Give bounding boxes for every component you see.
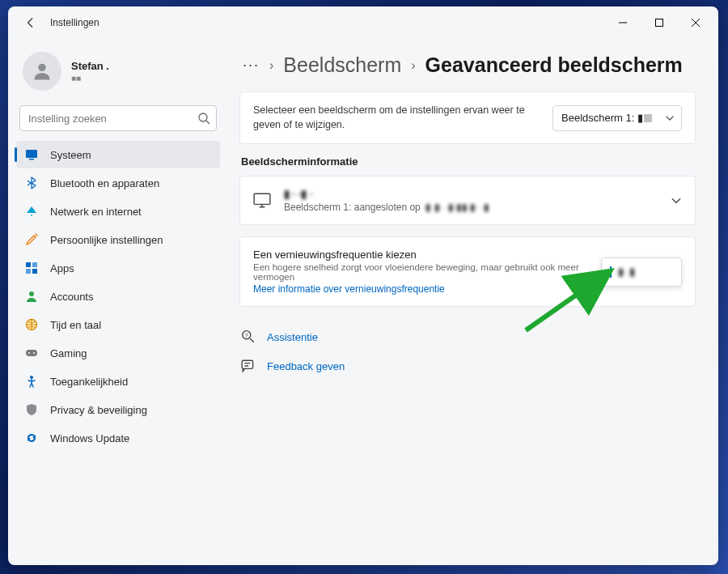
svg-rect-11 (26, 350, 37, 356)
svg-point-12 (28, 352, 30, 354)
selector-glyph (644, 114, 652, 122)
svg-rect-7 (26, 269, 31, 274)
svg-rect-8 (32, 269, 37, 274)
svg-rect-18 (242, 360, 253, 368)
accessibility-icon (24, 374, 39, 389)
nav-update[interactable]: Windows Update (16, 424, 220, 452)
minimize-button[interactable] (604, 10, 641, 36)
nav-label: Accounts (50, 291, 93, 303)
refresh-value: ▮· ▮ (618, 266, 635, 278)
refresh-more-link[interactable]: Meer informatie over vernieuwingsfrequen… (253, 283, 590, 295)
section-label-info: Beeldscherminformatie (241, 155, 696, 168)
refresh-sub: Een hogere snelheid zorgt voor vloeiende… (253, 262, 590, 282)
nav-apps[interactable]: Apps (16, 254, 220, 282)
chevron-right-icon: › (411, 58, 415, 73)
content-area: ··· › Beeldscherm › Geavanceerd beeldsch… (228, 39, 718, 565)
nav-time[interactable]: Tijd en taal (16, 311, 220, 338)
profile-block[interactable]: Stefan . ■■ (16, 44, 220, 102)
system-icon (24, 147, 39, 162)
nav-system[interactable]: Systeem (16, 141, 220, 168)
nav-label: Toegankelijkheid (50, 376, 128, 388)
nav-label: Persoonlijke instellingen (50, 234, 163, 246)
brush-icon (24, 232, 39, 247)
refresh-title: Een vernieuwingsfrequentie kiezen (253, 249, 590, 261)
feedback-label: Feedback geven (267, 360, 345, 372)
svg-rect-15 (254, 193, 270, 204)
display-info-card[interactable]: ▮ · ·▮ · Beeldscherm 1: aangesloten op ·… (239, 176, 696, 225)
page-title: Geavanceerd beeldscherm (425, 53, 683, 77)
apps-icon (24, 261, 39, 275)
display-connection: Beeldscherm 1: aangesloten op ·▮ ▮· ·▮·▮… (284, 202, 489, 213)
select-display-desc: Selecteer een beeldscherm om de instelli… (253, 104, 552, 132)
chevron-down-icon (671, 195, 682, 206)
svg-point-2 (199, 113, 207, 121)
sidebar: Stefan . ■■ Systeem Bluetooth en apparat… (8, 39, 228, 565)
chevron-down-icon (665, 113, 675, 123)
refresh-rate-card: Een vernieuwingsfrequentie kiezen Een ho… (239, 236, 696, 307)
profile-name: Stefan . (71, 60, 109, 72)
refresh-rate-selector[interactable]: ▮· ▮ (601, 257, 682, 287)
breadcrumb: ··· › Beeldscherm › Geavanceerd beeldsch… (239, 53, 696, 77)
nav-privacy[interactable]: Privacy & beveiliging (16, 396, 220, 423)
avatar (23, 52, 61, 91)
display-selector-value: Beeldscherm 1: ▮ (561, 112, 643, 124)
nav-label: Apps (50, 262, 74, 274)
nav-list: Systeem Bluetooth en apparaten Netwerk e… (16, 141, 220, 452)
shield-icon (24, 402, 39, 417)
window-title: Instellingen (50, 17, 99, 28)
chevron-right-icon: › (269, 58, 273, 73)
help-icon: ? (241, 330, 256, 344)
nav-personalization[interactable]: Persoonlijke instellingen (16, 226, 220, 253)
titlebar: Instellingen (8, 6, 718, 39)
search-icon (197, 112, 210, 125)
nav-label: Tijd en taal (50, 319, 101, 331)
assist-label: Assistentie (267, 331, 318, 343)
breadcrumb-overflow[interactable]: ··· (243, 57, 260, 74)
network-icon (24, 204, 39, 219)
nav-accounts[interactable]: Accounts (16, 283, 220, 310)
maximize-button[interactable] (641, 10, 677, 36)
update-icon (24, 431, 39, 445)
nav-accessibility[interactable]: Toegankelijkheid (16, 368, 220, 395)
nav-bluetooth[interactable]: Bluetooth en apparaten (16, 169, 220, 197)
svg-rect-0 (655, 19, 662, 27)
nav-label: Systeem (50, 149, 91, 161)
accounts-icon (24, 289, 39, 304)
gaming-icon (24, 346, 39, 360)
svg-rect-6 (32, 262, 37, 267)
select-display-card: Selecteer een beeldscherm om de instelli… (239, 91, 696, 144)
feedback-icon (241, 359, 256, 373)
display-model: ▮ · ·▮ · (284, 188, 489, 200)
svg-rect-4 (29, 159, 34, 160)
nav-network[interactable]: Netwerk en internet (16, 198, 220, 225)
bluetooth-icon (24, 176, 39, 190)
close-button[interactable] (677, 10, 713, 36)
selection-indicator (610, 266, 612, 278)
search-input[interactable] (19, 105, 217, 131)
nav-label: Windows Update (50, 432, 129, 444)
globe-icon (24, 317, 39, 332)
nav-gaming[interactable]: Gaming (16, 339, 220, 367)
nav-label: Privacy & beveiliging (50, 404, 147, 416)
settings-window: Instellingen Stefan . ■■ (8, 6, 718, 565)
window-controls (604, 10, 713, 36)
feedback-link[interactable]: Feedback geven (239, 354, 696, 378)
svg-rect-3 (26, 150, 37, 158)
search-wrap (19, 105, 217, 131)
nav-label: Bluetooth en apparaten (50, 177, 159, 189)
nav-label: Netwerk en internet (50, 206, 142, 218)
nav-label: Gaming (50, 347, 87, 359)
svg-point-1 (38, 64, 45, 71)
assist-link[interactable]: ? Assistentie (239, 325, 696, 349)
back-button[interactable] (19, 11, 42, 34)
display-selector[interactable]: Beeldscherm 1: ▮ (552, 105, 682, 131)
svg-point-13 (33, 352, 35, 354)
svg-text:?: ? (245, 333, 248, 338)
svg-point-9 (29, 291, 34, 296)
svg-rect-5 (26, 262, 31, 267)
breadcrumb-parent[interactable]: Beeldscherm (283, 53, 401, 77)
monitor-icon (253, 192, 271, 210)
profile-sub: ■■ (71, 74, 109, 83)
